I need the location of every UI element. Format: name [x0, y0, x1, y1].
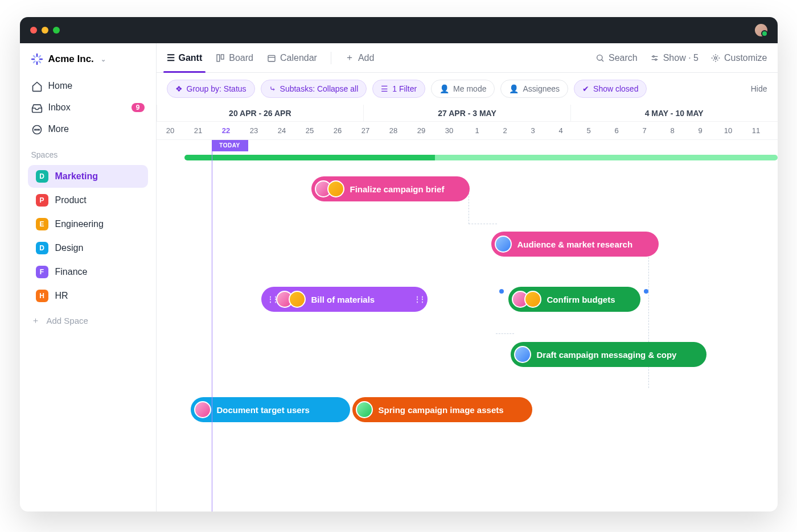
gantt-task-bar[interactable]: Finalize campaign brief: [311, 176, 470, 201]
avatar: [356, 401, 373, 418]
timeline-day-header: 6: [603, 122, 631, 139]
overall-progress-bar: [184, 155, 778, 160]
timeline-week-header: 4 MAY - 10 MAY: [570, 105, 778, 121]
svg-line-6: [34, 61, 35, 63]
timeline-day-header: 25: [296, 122, 324, 139]
avatar: [524, 291, 541, 308]
add-view-button[interactable]: ＋Add: [345, 43, 374, 72]
show-button[interactable]: Show · 5: [650, 53, 699, 63]
gantt-task-bar[interactable]: Draft campaign messaging & copy: [511, 342, 706, 367]
plus-icon: ＋: [31, 315, 40, 326]
me-mode-chip[interactable]: 👤Me mode: [431, 80, 495, 98]
timeline-day-header: 12: [770, 122, 778, 139]
space-label: Finance: [55, 267, 88, 277]
space-label: HR: [55, 291, 68, 301]
today-line: [212, 140, 212, 512]
assignee-avatars: [514, 346, 531, 363]
space-badge-icon: D: [36, 170, 48, 183]
timeline-day-header: 8: [659, 122, 687, 139]
timeline-day-header: 30: [436, 122, 463, 139]
home-icon: [31, 81, 42, 91]
task-label: Bill of materials: [311, 295, 375, 304]
sidebar-space-design[interactable]: DDesign: [28, 237, 148, 259]
gantt-task-bar[interactable]: Spring campaign image assets: [352, 397, 532, 422]
task-label: Audience & market research: [517, 240, 633, 249]
avatar: [194, 401, 211, 418]
timeline-day-header: 27: [352, 122, 380, 139]
subtasks-chip[interactable]: ⤷Subtasks: Collapse all: [261, 80, 367, 98]
tab-gantt[interactable]: ☰Gantt: [167, 43, 203, 72]
svg-point-9: [34, 129, 35, 130]
gantt-timeline: 20 APR - 26 APR27 APR - 3 MAY4 MAY - 10 …: [157, 105, 778, 512]
svg-point-10: [36, 129, 38, 130]
timeline-week-header: 20 APR - 26 APR: [157, 105, 364, 121]
space-badge-icon: P: [36, 194, 48, 207]
group-by-chip[interactable]: ❖Group by: Status: [167, 80, 255, 98]
show-closed-chip[interactable]: ✔Show closed: [574, 80, 647, 98]
nav-inbox[interactable]: Inbox 9: [20, 97, 156, 118]
task-label: Spring campaign image assets: [379, 405, 504, 415]
calendar-icon: [267, 53, 276, 63]
timeline-day-header: 23: [240, 122, 268, 139]
gantt-task-bar[interactable]: Confirm budgets: [508, 287, 640, 312]
sidebar-space-product[interactable]: PProduct: [28, 189, 148, 212]
svg-point-21: [655, 59, 656, 60]
current-user-avatar[interactable]: [755, 24, 767, 36]
workspace-name: Acme Inc.: [48, 53, 94, 65]
space-label: Product: [55, 195, 87, 205]
avatar: [327, 180, 344, 197]
filter-icon: ☰: [381, 84, 388, 93]
filter-chip[interactable]: ☰1 Filter: [372, 80, 425, 98]
board-icon: [216, 53, 225, 63]
assignee-avatars: [315, 180, 344, 197]
nav-more[interactable]: More: [20, 118, 156, 140]
timeline-day-header: 4: [547, 122, 575, 139]
gear-icon: [711, 53, 720, 63]
timeline-day-header: 24: [268, 122, 296, 139]
search-button[interactable]: Search: [595, 53, 638, 63]
sidebar-space-hr[interactable]: HHR: [28, 284, 148, 307]
space-badge-icon: E: [36, 218, 48, 230]
assignees-chip[interactable]: 👤Assignees: [500, 80, 568, 98]
space-label: Design: [55, 243, 84, 253]
sidebar-space-finance[interactable]: FFinance: [28, 261, 148, 283]
close-window-icon[interactable]: [30, 27, 37, 34]
svg-point-22: [714, 57, 717, 59]
workspace-switcher[interactable]: Acme Inc. ⌄: [20, 53, 156, 75]
svg-point-20: [652, 56, 654, 57]
nav-home[interactable]: Home: [20, 75, 156, 97]
avatar: [289, 291, 306, 308]
inbox-icon: [31, 102, 42, 113]
check-circle-icon: ✔: [582, 84, 589, 93]
task-label: Finalize campaign brief: [350, 184, 445, 194]
timeline-day-header: 7: [631, 122, 659, 139]
hide-filters-button[interactable]: Hide: [751, 84, 767, 93]
person-icon: 👤: [439, 84, 449, 93]
add-space-button[interactable]: ＋ Add Space: [20, 308, 156, 333]
avatar: [514, 346, 531, 363]
tab-board[interactable]: Board: [216, 43, 253, 72]
sidebar-space-marketing[interactable]: DMarketing: [28, 165, 148, 188]
timeline-day-header: 2: [491, 122, 519, 139]
more-icon: [31, 124, 42, 134]
sidebar-space-engineering[interactable]: EEngineering: [28, 213, 148, 236]
assignee-avatars: [512, 291, 541, 308]
timeline-day-header: 5: [575, 122, 603, 139]
task-label: Draft campaign messaging & copy: [537, 350, 677, 360]
gantt-task-bar[interactable]: Audience & market research: [491, 232, 659, 257]
timeline-day-header: 26: [324, 122, 352, 139]
tab-calendar[interactable]: Calendar: [267, 43, 317, 72]
gantt-task-bar[interactable]: Bill of materials: [261, 287, 428, 312]
maximize-window-icon[interactable]: [53, 27, 60, 34]
task-label: Document target users: [217, 405, 310, 415]
sliders-icon: [650, 53, 659, 63]
person-icon: 👤: [509, 84, 519, 93]
customize-button[interactable]: Customize: [711, 53, 767, 63]
subtasks-icon: ⤷: [269, 84, 276, 93]
svg-rect-14: [268, 55, 275, 61]
sidebar: Acme Inc. ⌄ Home Inbox 9 More Spaces DMa…: [20, 43, 157, 512]
minimize-window-icon[interactable]: [42, 27, 48, 34]
timeline-day-header: 20: [157, 122, 184, 139]
gantt-task-bar[interactable]: Document target users: [191, 397, 350, 422]
avatar: [495, 236, 512, 253]
